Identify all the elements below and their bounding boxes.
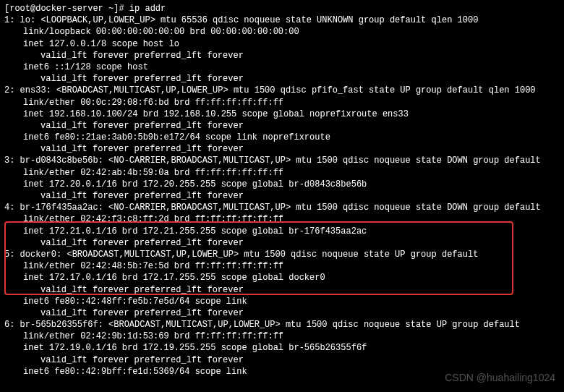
shell-prompt-line: [root@docker-server ~]# ip addr bbox=[4, 3, 560, 14]
iface-link: link/loopback 00:00:00:00:00:00 brd 00:0… bbox=[4, 26, 560, 38]
iface-link: link/ether 02:42:48:5b:7e:5d brd ff:ff:f… bbox=[4, 260, 560, 272]
iface-inet: inet 127.0.0.1/8 scope host lo bbox=[4, 38, 560, 50]
iface-link: link/ether 02:42:ab:4b:59:0a brd ff:ff:f… bbox=[4, 167, 560, 179]
iface-valid: valid_lft forever preferred_lft forever bbox=[4, 307, 560, 319]
iface-inet: inet 192.168.10.100/24 brd 192.168.10.25… bbox=[4, 108, 560, 120]
iface-valid: valid_lft forever preferred_lft forever bbox=[4, 354, 560, 366]
iface-link: link/ether 02:42:f3:c8:ff:2d brd ff:ff:f… bbox=[4, 213, 560, 225]
iface-inet: inet 172.17.0.1/16 brd 172.17.255.255 sc… bbox=[4, 272, 560, 284]
iface-link: link/ether 00:0c:29:08:f6:bd brd ff:ff:f… bbox=[4, 97, 560, 108]
iface-valid: valid_lft forever preferred_lft forever bbox=[4, 284, 560, 296]
iface-header: 5: docker0: <BROADCAST,MULTICAST,UP,LOWE… bbox=[4, 249, 560, 260]
iface-header: 1: lo: <LOOPBACK,UP,LOWER_UP> mtu 65536 … bbox=[4, 14, 560, 26]
iface-inet6: inet6 fe80::42:9bff:fe1d:5369/64 scope l… bbox=[4, 366, 560, 378]
iface-valid: valid_lft forever preferred_lft forever bbox=[4, 120, 560, 132]
iface-header: 6: br-565b26355f6f: <BROADCAST,MULTICAST… bbox=[4, 319, 560, 331]
iface-inet: inet 172.20.0.1/16 brd 172.20.255.255 sc… bbox=[4, 179, 560, 190]
iface-inet6: inet6 fe80::21ae:3ab0:5b9b:e172/64 scope… bbox=[4, 132, 560, 143]
iface-link: link/ether 02:42:9b:1d:53:69 brd ff:ff:f… bbox=[4, 331, 560, 342]
iface-valid: valid_lft forever preferred_lft forever bbox=[4, 143, 560, 155]
iface-header: 3: br-d0843c8be56b: <NO-CARRIER,BROADCAS… bbox=[4, 155, 560, 166]
iface-valid: valid_lft forever preferred_lft forever bbox=[4, 190, 560, 202]
terminal-output: [root@docker-server ~]# ip addr 1: lo: <… bbox=[4, 3, 560, 378]
iface-valid: valid_lft forever preferred_lft forever bbox=[4, 73, 560, 85]
shell-prompt: [root@docker-server ~]# bbox=[4, 4, 129, 14]
iface-inet6: inet6 fe80::42:48ff:fe5b:7e5d/64 scope l… bbox=[4, 296, 560, 307]
iface-inet: inet 172.19.0.1/16 brd 172.19.255.255 sc… bbox=[4, 342, 560, 354]
iface-header: 2: ens33: <BROADCAST,MULTICAST,UP,LOWER_… bbox=[4, 85, 560, 96]
iface-header: 4: br-176f435aa2ac: <NO-CARRIER,BROADCAS… bbox=[4, 202, 560, 213]
command-text: ip addr bbox=[129, 4, 166, 14]
iface-inet6: inet6 ::1/128 scope host bbox=[4, 61, 560, 73]
iface-valid: valid_lft forever preferred_lft forever bbox=[4, 50, 560, 61]
iface-inet: inet 172.21.0.1/16 brd 172.21.255.255 sc… bbox=[4, 226, 560, 237]
iface-valid: valid_lft forever preferred_lft forever bbox=[4, 237, 560, 249]
